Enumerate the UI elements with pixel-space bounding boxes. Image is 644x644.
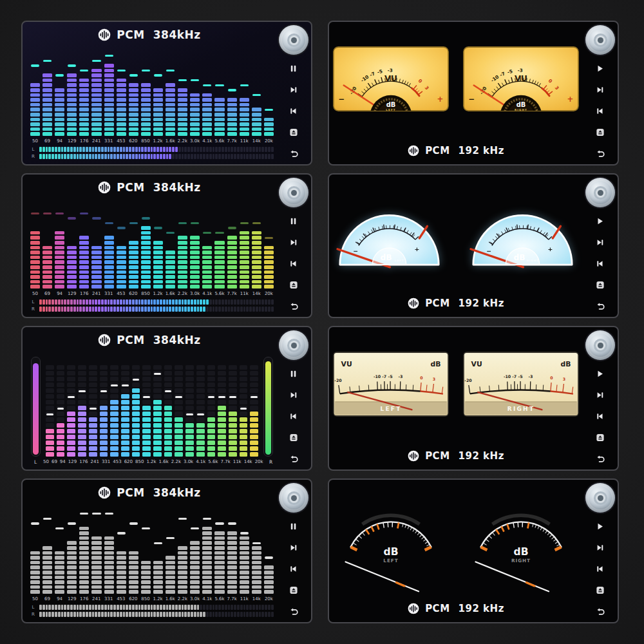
return-button[interactable]: [592, 146, 609, 161]
spectrum-bar: [218, 355, 226, 457]
spectrum-segment: [178, 275, 187, 279]
disc-volume-knob[interactable]: [279, 25, 308, 55]
skip-previous-button[interactable]: [285, 256, 302, 271]
spectrum-segment: [207, 452, 216, 457]
skip-previous-button[interactable]: [592, 103, 609, 118]
spectrum-segment: [227, 531, 237, 535]
spectrum-bar: [132, 355, 140, 457]
vu-meter-pair: VUdB-20-10-7-5-303LEFT VUdB-20-10-7-5-30…: [329, 327, 583, 469]
eject-button[interactable]: [285, 582, 302, 598]
spectrum-segment: [175, 377, 183, 381]
spectrum-bar: [252, 50, 261, 136]
skip-previous-button[interactable]: [285, 103, 302, 118]
play-button[interactable]: [592, 61, 609, 76]
spectrum-bar: [202, 508, 212, 594]
return-button[interactable]: [285, 146, 302, 161]
spectrum-segment: [129, 285, 138, 289]
return-button[interactable]: [285, 451, 302, 466]
eject-button[interactable]: [285, 277, 302, 292]
frequency-label: 1.6k: [159, 459, 169, 465]
pause-button[interactable]: [285, 61, 302, 76]
spectrum-segment: [214, 256, 224, 260]
return-button[interactable]: [592, 451, 609, 466]
skip-previous-button[interactable]: [285, 408, 302, 424]
skip-previous-button[interactable]: [592, 561, 609, 576]
play-button[interactable]: [592, 518, 609, 534]
spectrum-segment: [190, 103, 200, 107]
disc-volume-knob[interactable]: [585, 178, 615, 207]
spectrum-segment: [196, 383, 205, 387]
spectrum-segment: [229, 446, 237, 451]
spectrum-segment: [178, 128, 187, 131]
spectrum-segment: [43, 108, 52, 111]
spectrum-segment: [240, 108, 249, 111]
skip-next-button[interactable]: [285, 234, 302, 250]
spectrum-segment: [67, 400, 75, 404]
skip-next-button[interactable]: [592, 540, 609, 555]
spectrum-segment: [240, 517, 249, 521]
return-button[interactable]: [592, 298, 609, 314]
spectrum-segment: [227, 79, 237, 82]
disc-volume-knob[interactable]: [279, 483, 308, 513]
skip-next-button[interactable]: [592, 82, 609, 97]
eject-button[interactable]: [285, 124, 302, 140]
disc-volume-knob[interactable]: [279, 330, 308, 360]
spectrum-segment: [57, 440, 65, 445]
spectrum-segment: [55, 113, 64, 117]
skip-next-button[interactable]: [285, 387, 302, 402]
spectrum-segment: [166, 546, 175, 550]
play-button[interactable]: [592, 213, 609, 229]
play-button[interactable]: [592, 366, 609, 381]
spectrum-segment: [252, 556, 261, 560]
spectrum-segment: [164, 417, 173, 422]
spectrum-segment: [227, 73, 237, 77]
eject-button[interactable]: [592, 430, 609, 445]
skip-previous-button[interactable]: [592, 408, 609, 424]
spectrum-segment: [202, 536, 212, 540]
spectrum-segment: [164, 452, 173, 457]
spectrum-segment: [132, 365, 140, 370]
skip-previous-button[interactable]: [285, 561, 302, 576]
frequency-label: 69: [43, 138, 52, 144]
frequency-label: 241: [91, 138, 101, 144]
frequency-label: 20k: [255, 459, 263, 465]
disc-volume-knob[interactable]: [585, 483, 615, 513]
spectrum-segment: [240, 576, 249, 580]
pause-button[interactable]: [285, 518, 302, 534]
spectrum-segment: [252, 280, 261, 284]
skip-previous-button[interactable]: [592, 256, 609, 271]
skip-next-button[interactable]: [592, 387, 609, 402]
eject-button[interactable]: [285, 430, 302, 445]
spectrum-segment: [164, 400, 173, 404]
frequency-label: 5.6k: [208, 459, 218, 465]
eject-button[interactable]: [592, 124, 609, 140]
pause-button[interactable]: [285, 213, 302, 229]
return-button[interactable]: [285, 603, 302, 619]
disc-volume-knob[interactable]: [585, 25, 615, 55]
spectrum-segment: [264, 64, 274, 68]
spectrum-segment: [229, 400, 237, 404]
eject-button[interactable]: [592, 582, 609, 598]
transport-strip: [583, 480, 618, 622]
spectrum-segment: [250, 417, 258, 422]
spectrum-segment: [214, 275, 224, 279]
sample-rate-label: 384kHz: [153, 334, 201, 346]
pause-button[interactable]: [285, 366, 302, 381]
return-button[interactable]: [592, 603, 609, 619]
skip-next-button[interactable]: [285, 82, 302, 97]
disc-volume-knob[interactable]: [279, 178, 308, 207]
disc-volume-knob[interactable]: [585, 330, 615, 360]
spectrum-segment: [252, 88, 261, 92]
spectrum-segment: [91, 251, 101, 254]
spectrum-segment: [129, 59, 138, 63]
eject-button[interactable]: [592, 277, 609, 292]
spectrum-segment: [117, 517, 126, 521]
spectrum-segment: [164, 365, 173, 370]
spectrum-segment: [79, 132, 89, 136]
spectrum-segment: [104, 536, 114, 540]
peak-hold-indicator: [265, 237, 273, 240]
return-button[interactable]: [285, 298, 302, 314]
spectrum-segment: [129, 93, 138, 97]
skip-next-button[interactable]: [592, 234, 609, 250]
skip-next-button[interactable]: [285, 540, 302, 555]
